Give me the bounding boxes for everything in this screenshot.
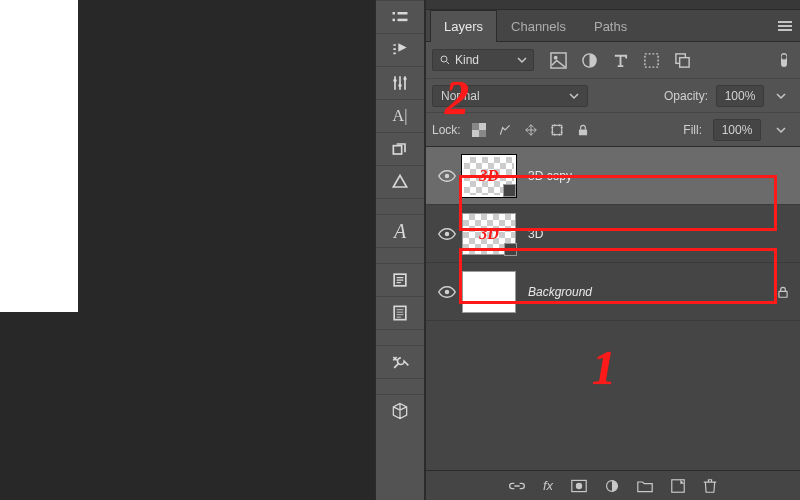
lock-pixels-icon[interactable]	[498, 123, 512, 137]
filter-kind-select[interactable]: Kind	[432, 49, 534, 71]
svg-rect-3	[398, 19, 408, 22]
layer-thumbnail[interactable]: 3D	[462, 213, 516, 255]
notes-icon[interactable]	[376, 296, 424, 329]
filter-type-icon[interactable]	[612, 52, 629, 69]
svg-point-29	[576, 482, 582, 488]
libraries-icon[interactable]	[376, 165, 424, 198]
panel-tabs: Layers Channels Paths	[426, 10, 800, 42]
tools-icon[interactable]	[376, 345, 424, 378]
tab-layers[interactable]: Layers	[430, 10, 497, 42]
svg-point-6	[403, 77, 406, 80]
visibility-toggle-icon[interactable]	[432, 286, 462, 298]
fill-input[interactable]: 100%	[713, 119, 761, 141]
visibility-toggle-icon[interactable]	[432, 170, 462, 182]
panel-collapse-bar[interactable]	[426, 0, 800, 10]
layer-thumbnail[interactable]	[462, 271, 516, 313]
svg-point-12	[554, 55, 558, 59]
filter-kind-label: Kind	[455, 53, 479, 67]
new-layer-icon[interactable]	[671, 479, 685, 493]
layer-name[interactable]: 3D	[528, 227, 543, 241]
fill-dropdown-icon[interactable]	[772, 125, 790, 135]
layer-filter-row: Kind	[426, 42, 800, 78]
layer-list: 3D 3D copy 3D 3D Background	[426, 146, 800, 470]
svg-rect-22	[552, 125, 561, 134]
svg-rect-14	[645, 53, 658, 66]
svg-rect-9	[394, 306, 406, 319]
svg-rect-2	[393, 19, 396, 22]
delete-layer-icon[interactable]	[703, 478, 717, 494]
tab-paths[interactable]: Paths	[580, 10, 641, 41]
filter-shape-icon[interactable]	[643, 52, 660, 69]
lock-transparency-icon[interactable]	[472, 123, 486, 137]
svg-rect-31	[672, 479, 684, 491]
new-group-icon[interactable]	[637, 479, 653, 493]
svg-rect-7	[393, 146, 401, 154]
filter-toggle-icon[interactable]	[778, 51, 790, 69]
svg-point-4	[393, 79, 396, 82]
svg-rect-20	[472, 123, 479, 130]
layer-effects-icon[interactable]: fx	[543, 478, 553, 493]
blend-mode-value: Normal	[441, 89, 480, 103]
lock-artboard-icon[interactable]	[550, 123, 564, 137]
panel-toolbar: A| A	[375, 0, 425, 500]
fill-label: Fill:	[683, 123, 702, 137]
svg-point-18	[782, 55, 787, 60]
chevron-down-icon	[517, 55, 527, 65]
layer-name[interactable]: 3D copy	[528, 169, 572, 183]
filter-smart-icon[interactable]	[674, 52, 691, 69]
canvas-area[interactable]	[0, 0, 375, 500]
3d-icon[interactable]	[376, 394, 424, 427]
svg-point-5	[398, 84, 401, 87]
smart-object-badge-icon	[503, 184, 516, 197]
blend-mode-select[interactable]: Normal	[432, 85, 588, 107]
glyphs-icon[interactable]: A	[376, 214, 424, 247]
layer-row-background[interactable]: Background	[426, 263, 800, 321]
svg-rect-23	[579, 129, 587, 135]
filter-adjustment-icon[interactable]	[581, 52, 598, 69]
chevron-down-icon	[569, 91, 579, 101]
lock-position-icon[interactable]	[524, 123, 538, 137]
svg-rect-1	[398, 12, 408, 15]
svg-point-24	[445, 173, 450, 178]
blend-mode-row: Normal Opacity: 100%	[426, 78, 800, 112]
canvas-document[interactable]	[0, 0, 78, 312]
properties-icon[interactable]	[376, 0, 424, 33]
link-layers-icon[interactable]	[509, 480, 525, 492]
layers-panel: Layers Channels Paths Kind Normal Opacit…	[425, 0, 800, 500]
filter-type-icons	[550, 52, 691, 69]
tab-channels[interactable]: Channels	[497, 10, 580, 41]
opacity-dropdown-icon[interactable]	[772, 91, 790, 101]
opacity-label: Opacity:	[664, 89, 708, 103]
filter-pixel-icon[interactable]	[550, 52, 567, 69]
adjustments-icon[interactable]	[376, 66, 424, 99]
paragraph-icon[interactable]	[376, 263, 424, 296]
lock-all-icon[interactable]	[576, 123, 590, 137]
brushes-icon[interactable]	[376, 33, 424, 66]
layer-row-3d[interactable]: 3D 3D	[426, 205, 800, 263]
svg-rect-27	[779, 291, 787, 297]
lock-label: Lock:	[432, 123, 461, 137]
layer-thumbnail[interactable]: 3D	[462, 155, 516, 197]
svg-rect-21	[479, 130, 486, 137]
layer-mask-icon[interactable]	[571, 479, 587, 493]
layer-panel-footer: fx	[426, 470, 800, 500]
opacity-input[interactable]: 100%	[716, 85, 764, 107]
lock-icon[interactable]	[776, 285, 790, 299]
svg-point-25	[445, 231, 450, 236]
lock-row: Lock: Fill: 100%	[426, 112, 800, 146]
character-icon[interactable]: A|	[376, 99, 424, 132]
svg-rect-0	[393, 12, 396, 15]
visibility-toggle-icon[interactable]	[432, 228, 462, 240]
smart-object-badge-icon	[504, 243, 517, 256]
layer-row-3d-copy[interactable]: 3D 3D copy	[426, 147, 800, 205]
clone-source-icon[interactable]	[376, 132, 424, 165]
adjustment-layer-icon[interactable]	[605, 479, 619, 493]
svg-rect-16	[680, 57, 689, 66]
svg-point-26	[445, 289, 450, 294]
svg-point-10	[441, 56, 447, 62]
layer-name[interactable]: Background	[528, 285, 592, 299]
panel-menu-icon[interactable]	[770, 10, 800, 41]
